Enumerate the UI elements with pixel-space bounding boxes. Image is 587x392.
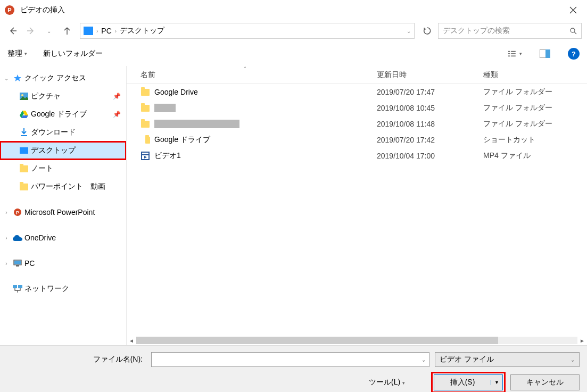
svg-rect-6 xyxy=(511,53,516,54)
tree-notes[interactable]: ノート xyxy=(0,160,126,178)
close-button[interactable] xyxy=(563,2,584,18)
svg-rect-5 xyxy=(508,53,510,54)
folder-icon xyxy=(140,87,150,97)
pc-icon xyxy=(13,258,22,268)
folder-icon xyxy=(19,182,29,191)
chevron-down-icon[interactable]: ⌄ xyxy=(407,28,411,34)
tree-onedrive[interactable]: ›OneDrive xyxy=(0,229,126,247)
download-icon xyxy=(19,128,29,137)
tree-pc[interactable]: ›PC xyxy=(0,254,126,272)
pictures-icon xyxy=(19,91,29,101)
new-folder-button[interactable]: 新しいフォルダー xyxy=(43,49,103,59)
file-type: ファイル フォルダー xyxy=(483,103,587,113)
address-bar[interactable]: › PC › デスクトップ ⌄ xyxy=(80,23,415,39)
folder-icon xyxy=(140,119,150,129)
tree-desktop[interactable]: デスクトップ xyxy=(0,141,126,160)
view-options-button[interactable]: ▾ xyxy=(508,48,522,60)
tree-ms-powerpoint[interactable]: ›PMicrosoft PowerPoint xyxy=(0,203,126,221)
chevron-down-icon[interactable]: ⌄ xyxy=(421,357,426,363)
search-icon xyxy=(569,27,577,35)
scroll-right-icon[interactable]: ► xyxy=(577,338,587,344)
header-type[interactable]: 種類 xyxy=(483,70,587,80)
filename-input[interactable]: ⌄ xyxy=(151,352,429,367)
folder-icon xyxy=(140,103,150,113)
file-list: 名前˄ 更新日時 種類 Google Drive2019/07/20 17:47… xyxy=(127,66,587,345)
bottom-panel: ファイル名(N): ⌄ ビデオ ファイル⌄ ツール(L) ▾ 挿入(S) ▼ キ… xyxy=(0,345,587,392)
insert-button[interactable]: 挿入(S) ▼ xyxy=(434,374,503,390)
tree-gdrive[interactable]: Google ドライブ📌 xyxy=(0,105,126,123)
breadcrumb-desktop[interactable]: デスクトップ xyxy=(120,26,164,36)
cancel-button[interactable]: キャンセル xyxy=(510,374,580,390)
file-name: ビデオ1 xyxy=(154,151,181,161)
desktop-icon xyxy=(84,27,93,35)
organize-menu[interactable]: 整理▾ xyxy=(7,49,27,59)
chevron-right-icon: › xyxy=(2,261,11,266)
tree-network[interactable]: ›ネットワーク xyxy=(0,280,126,298)
forward-button[interactable] xyxy=(23,23,38,38)
file-date: 2019/07/20 17:42 xyxy=(377,136,483,144)
chevron-right-icon: › xyxy=(2,235,11,241)
file-type-filter[interactable]: ビデオ ファイル⌄ xyxy=(435,352,580,367)
file-list-header: 名前˄ 更新日時 種類 xyxy=(127,66,587,84)
chevron-right-icon: › xyxy=(2,210,11,215)
svg-point-12 xyxy=(21,94,23,96)
svg-rect-7 xyxy=(508,55,510,56)
desktop-icon xyxy=(19,146,29,155)
scroll-left-icon[interactable]: ◄ xyxy=(127,338,136,344)
tree-downloads[interactable]: ダウンロード xyxy=(0,123,126,141)
file-row[interactable]: 2019/10/08 10:45ファイル フォルダー xyxy=(127,100,587,116)
toolbar: 整理▾ 新しいフォルダー ▾ ? xyxy=(0,41,587,66)
svg-rect-3 xyxy=(508,51,510,52)
filename-label: ファイル名(N): xyxy=(7,355,146,364)
onedrive-icon xyxy=(13,233,22,243)
file-row[interactable]: ビデオ12019/10/04 17:00MP4 ファイル xyxy=(127,148,587,164)
svg-rect-8 xyxy=(511,55,516,56)
shortcut-icon xyxy=(140,135,150,145)
header-name[interactable]: 名前˄ xyxy=(140,70,377,80)
file-type: MP4 ファイル xyxy=(483,151,587,161)
search-placeholder: デスクトップの検索 xyxy=(443,26,569,36)
svg-rect-18 xyxy=(16,265,19,266)
svg-rect-10 xyxy=(545,49,550,58)
window-title: ビデオの挿入 xyxy=(20,5,563,15)
insert-dropdown-icon[interactable]: ▼ xyxy=(491,380,502,385)
tree-quick-access[interactable]: ⌄クイック アクセス xyxy=(0,69,126,87)
svg-rect-4 xyxy=(511,51,516,52)
help-button[interactable]: ? xyxy=(568,48,580,60)
video-icon xyxy=(140,151,150,161)
file-type: ファイル フォルダー xyxy=(483,87,587,97)
file-row[interactable]: 2019/10/08 11:48ファイル フォルダー xyxy=(127,116,587,132)
chevron-down-icon: ⌄ xyxy=(571,357,575,363)
tree-ppt-video[interactable]: パワーポイント 動画 xyxy=(0,178,126,196)
up-button[interactable] xyxy=(60,23,75,38)
svg-rect-19 xyxy=(13,285,17,288)
svg-text:P: P xyxy=(16,210,19,215)
svg-text:P: P xyxy=(7,7,11,13)
search-input[interactable]: デスクトップの検索 xyxy=(438,23,582,39)
header-date[interactable]: 更新日時 xyxy=(377,70,483,80)
svg-rect-13 xyxy=(21,135,27,136)
network-icon xyxy=(13,284,22,294)
tree-pictures[interactable]: ピクチャ📌 xyxy=(0,87,126,105)
file-date: 2019/10/08 11:48 xyxy=(377,120,483,128)
breadcrumb-sep-icon: › xyxy=(96,28,98,34)
horizontal-scrollbar[interactable]: ◄ ► xyxy=(127,336,587,345)
refresh-button[interactable] xyxy=(420,23,435,38)
recent-dropdown[interactable]: ⌄ xyxy=(42,23,56,38)
file-row[interactable]: Google ドライブ2019/07/20 17:42ショートカット xyxy=(127,132,587,148)
file-type: ショートカット xyxy=(483,135,587,145)
file-date: 2019/07/20 17:47 xyxy=(377,88,483,96)
folder-icon xyxy=(19,164,29,173)
svg-rect-22 xyxy=(142,153,148,154)
file-date: 2019/10/08 10:45 xyxy=(377,104,483,112)
file-row[interactable]: Google Drive2019/07/20 17:47ファイル フォルダー xyxy=(127,84,587,100)
preview-pane-button[interactable] xyxy=(538,48,552,60)
breadcrumb-pc[interactable]: PC xyxy=(101,27,111,35)
file-date: 2019/10/04 17:00 xyxy=(377,152,483,160)
svg-point-2 xyxy=(571,28,575,32)
sort-asc-icon: ˄ xyxy=(244,66,246,72)
tools-menu[interactable]: ツール(L) ▾ xyxy=(369,378,405,387)
powerpoint-icon: P xyxy=(3,4,16,16)
back-button[interactable] xyxy=(5,23,20,38)
pin-icon: 📌 xyxy=(113,111,121,118)
